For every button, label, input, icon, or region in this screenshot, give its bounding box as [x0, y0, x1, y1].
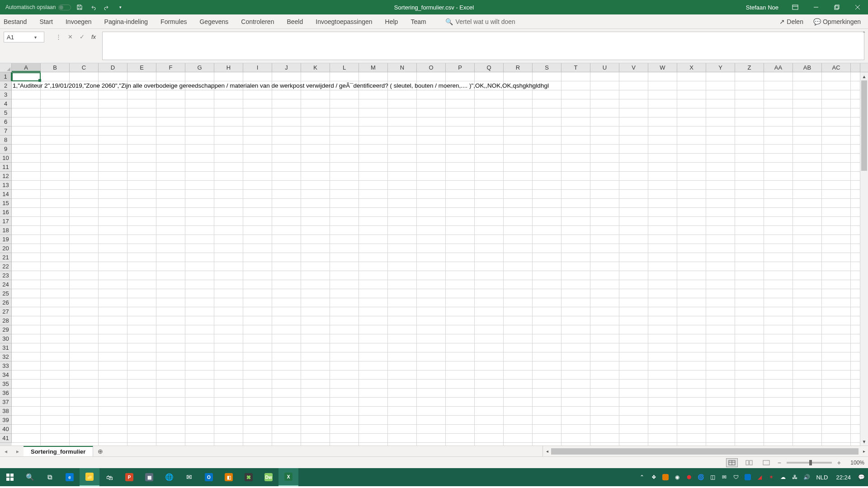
row-header-41[interactable]: 41: [0, 434, 12, 443]
scroll-thumb[interactable]: [861, 80, 867, 171]
active-cell[interactable]: [12, 72, 41, 81]
account-name[interactable]: Stefaan Noe: [746, 4, 778, 11]
column-header-L[interactable]: L: [330, 63, 359, 72]
row-header-1[interactable]: 1: [0, 72, 12, 81]
row-header-33[interactable]: 33: [0, 361, 12, 371]
maximize-button[interactable]: [826, 0, 847, 14]
row-header-23[interactable]: 23: [0, 271, 12, 280]
tab-start[interactable]: Start: [33, 14, 59, 28]
tab-invoegen[interactable]: Invoegen: [59, 14, 98, 28]
taskbar-app-edge[interactable]: e: [60, 468, 80, 486]
row-header-20[interactable]: 20: [0, 244, 12, 253]
language-indicator[interactable]: NLD: [813, 474, 830, 481]
column-header-I[interactable]: I: [243, 63, 272, 72]
zoom-in-button[interactable]: +: [837, 459, 841, 466]
horizontal-scrollbar[interactable]: ◂ ▸: [542, 446, 868, 456]
row-header-38[interactable]: 38: [0, 407, 12, 416]
row-header-27[interactable]: 27: [0, 307, 12, 316]
autosave-toggle[interactable]: Automatisch opslaan: [5, 4, 71, 10]
new-sheet-button[interactable]: ⊕: [93, 446, 108, 456]
row-header-15[interactable]: 15: [0, 199, 12, 208]
taskbar-app-generic3[interactable]: ⌘: [239, 468, 259, 486]
tab-team[interactable]: Team: [404, 14, 432, 28]
taskbar-app-outlook[interactable]: O: [199, 468, 219, 486]
taskbar-app-excel[interactable]: X: [278, 468, 298, 486]
enter-formula-button[interactable]: ✓: [78, 33, 86, 40]
close-button[interactable]: [847, 0, 868, 14]
tab-pagina-indeling[interactable]: Pagina-indeling: [98, 14, 155, 28]
tray-icon-4[interactable]: ⬢: [684, 472, 694, 482]
tray-icon-8[interactable]: 🛡: [731, 472, 741, 482]
row-header-39[interactable]: 39: [0, 416, 12, 425]
column-header-U[interactable]: U: [590, 63, 619, 72]
row-header-4[interactable]: 4: [0, 99, 12, 108]
scroll-right-icon[interactable]: ▸: [860, 449, 868, 454]
notifications-button[interactable]: 💬: [856, 472, 866, 482]
taskbar-app-generic4[interactable]: Dw: [259, 468, 278, 486]
row-header-18[interactable]: 18: [0, 226, 12, 235]
tab-gegevens[interactable]: Gegevens: [193, 14, 235, 28]
zoom-slider[interactable]: [787, 462, 832, 464]
tab-bestand[interactable]: Bestand: [0, 14, 33, 28]
taskbar-app-explorer[interactable]: 📁: [80, 468, 99, 486]
sheet-nav-next[interactable]: ▸: [12, 448, 24, 455]
row-header-10[interactable]: 10: [0, 154, 12, 163]
row-header-28[interactable]: 28: [0, 316, 12, 325]
minimize-button[interactable]: [806, 0, 826, 14]
hscroll-thumb[interactable]: [551, 448, 859, 455]
tray-icon-5[interactable]: 🌀: [696, 472, 706, 482]
view-normal-button[interactable]: [726, 458, 738, 467]
column-header-G[interactable]: G: [185, 63, 214, 72]
row-header-8[interactable]: 8: [0, 136, 12, 145]
zoom-level[interactable]: 100%: [846, 460, 864, 466]
search-taskbar-button[interactable]: 🔍: [20, 468, 40, 486]
scroll-left-icon[interactable]: ◂: [543, 449, 551, 454]
comments-button[interactable]: 💬 Opmerkingen: [813, 18, 861, 25]
row-header-25[interactable]: 25: [0, 289, 12, 298]
column-header-F[interactable]: F: [156, 63, 185, 72]
tab-formules[interactable]: Formules: [154, 14, 193, 28]
column-header-V[interactable]: V: [619, 63, 648, 72]
column-header-S[interactable]: S: [533, 63, 561, 72]
column-header-X[interactable]: X: [677, 63, 706, 72]
column-header-D[interactable]: D: [99, 63, 127, 72]
row-header-26[interactable]: 26: [0, 298, 12, 307]
column-header-AB[interactable]: AB: [793, 63, 822, 72]
column-header-B[interactable]: B: [41, 63, 70, 72]
tab-help[interactable]: Help: [379, 14, 405, 28]
column-header-AC[interactable]: AC: [822, 63, 851, 72]
tray-icon-6[interactable]: ◫: [708, 472, 717, 482]
tray-icon-10[interactable]: ◢: [755, 472, 764, 482]
row-header-12[interactable]: 12: [0, 172, 12, 181]
collapse-formula-bar[interactable]: ⌃: [860, 29, 868, 37]
row-header-5[interactable]: 5: [0, 108, 12, 117]
tray-network-icon[interactable]: 🖧: [790, 472, 800, 482]
share-button[interactable]: ↗ Delen: [779, 18, 803, 25]
column-header-Q[interactable]: Q: [475, 63, 504, 72]
column-header-K[interactable]: K: [301, 63, 330, 72]
column-header-C[interactable]: C: [70, 63, 99, 72]
column-header-Z[interactable]: Z: [735, 63, 764, 72]
tray-volume-icon[interactable]: 🔊: [802, 472, 811, 482]
row-header-7[interactable]: 7: [0, 127, 12, 136]
tray-overflow-icon[interactable]: ⌃: [637, 472, 647, 482]
row-header-2[interactable]: 2: [0, 81, 12, 90]
qat-customize[interactable]: ▾: [115, 2, 125, 12]
row-header-36[interactable]: 36: [0, 389, 12, 398]
column-header-T[interactable]: T: [561, 63, 590, 72]
taskbar-app-generic2[interactable]: ◧: [219, 468, 239, 486]
save-button[interactable]: [75, 2, 85, 12]
undo-button[interactable]: [88, 2, 98, 12]
column-header-J[interactable]: J: [272, 63, 301, 72]
insert-function-button[interactable]: fx: [90, 33, 98, 40]
row-header-30[interactable]: 30: [0, 334, 12, 343]
tray-icon-2[interactable]: [660, 472, 670, 482]
column-header-E[interactable]: E: [127, 63, 156, 72]
tray-icon-1[interactable]: ❖: [649, 472, 659, 482]
formula-bar-input[interactable]: [102, 32, 864, 60]
row-header-37[interactable]: 37: [0, 398, 12, 407]
view-page-break-button[interactable]: [760, 458, 772, 467]
tell-me-input[interactable]: Vertel wat u wilt doen: [456, 18, 515, 25]
row-header-24[interactable]: 24: [0, 280, 12, 289]
column-header-AA[interactable]: AA: [764, 63, 793, 72]
